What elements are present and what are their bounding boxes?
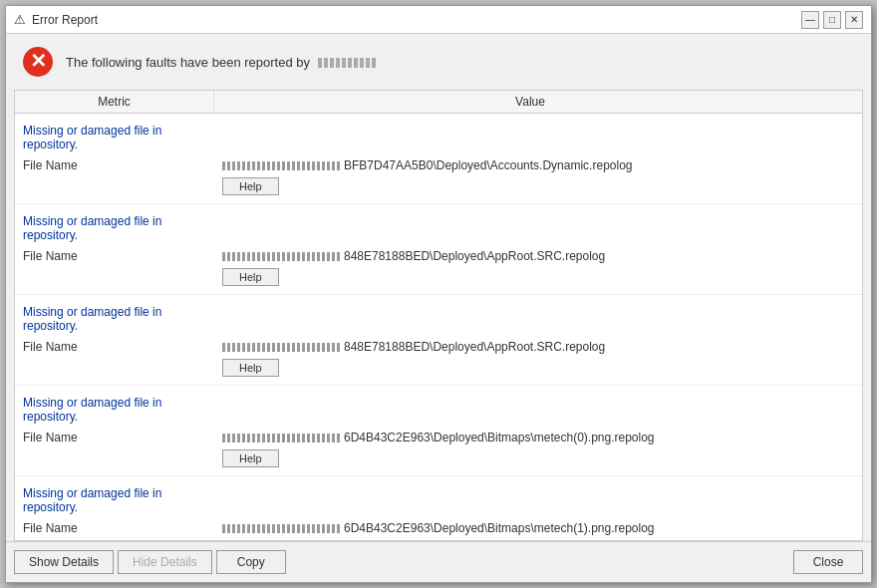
value-cell: BFB7D47AA5B0\Deployed\Accounts.Dynamic.r… (214, 157, 862, 173)
metric-cell: File Name (15, 157, 214, 173)
fault-group: Missing or damaged file in repository.Fi… (15, 476, 862, 540)
help-button[interactable]: Help (222, 268, 279, 286)
table-row: File Name848E78188BED\Deployed\AppRoot.S… (15, 337, 862, 357)
fault-group: Missing or damaged file in repository.Fi… (15, 114, 862, 204)
window-error-icon: ⚠ (14, 12, 26, 27)
table-row: Missing or damaged file in repository. (15, 482, 862, 518)
help-row: Help (15, 538, 862, 540)
table-body[interactable]: Missing or damaged file in repository.Fi… (15, 114, 862, 540)
value-cell: 6D4B43C2E963\Deployed\Bitmaps\metech(0).… (214, 430, 862, 445)
help-row: Help (15, 357, 862, 379)
value-cell: 848E78188BED\Deployed\AppRoot.SRC.repolo… (214, 339, 862, 355)
faults-table: Metric Value Missing or damaged file in … (14, 90, 863, 541)
title-bar-left: ⚠ Error Report (14, 12, 98, 27)
value-header: Value (214, 91, 846, 113)
error-circle-icon: ✕ (22, 46, 54, 78)
maximize-button[interactable]: □ (823, 11, 841, 29)
window-title: Error Report (32, 13, 98, 27)
fault-group: Missing or damaged file in repository.Fi… (15, 386, 862, 476)
table-row: File NameBFB7D47AA5B0\Deployed\Accounts.… (15, 155, 862, 175)
metric-cell: File Name (15, 520, 214, 536)
table-row: Missing or damaged file in repository. (15, 210, 862, 246)
fault-group: Missing or damaged file in repository.Fi… (15, 204, 862, 295)
footer-left-buttons: Show Details Hide Details Copy (14, 550, 286, 574)
metric-cell: File Name (15, 339, 214, 355)
help-row: Help (15, 266, 862, 288)
close-title-button[interactable]: ✕ (845, 11, 863, 29)
minimize-button[interactable]: — (801, 11, 819, 29)
table-row: Missing or damaged file in repository. (15, 392, 862, 428)
title-bar-controls: — □ ✕ (801, 11, 863, 29)
show-details-button[interactable]: Show Details (14, 550, 114, 574)
footer: Show Details Hide Details Copy Close (6, 541, 871, 582)
help-button[interactable]: Help (222, 359, 279, 377)
close-button[interactable]: Close (793, 550, 863, 574)
fault-title-cell: Missing or damaged file in repository. (15, 394, 214, 426)
table-row: Missing or damaged file in repository. (15, 301, 862, 337)
copy-button[interactable]: Copy (216, 550, 286, 574)
header-area: ✕ The following faults have been reporte… (6, 34, 871, 90)
value-cell: 848E78188BED\Deployed\AppRoot.SRC.repolo… (214, 248, 862, 264)
table-row: File Name848E78188BED\Deployed\AppRoot.S… (15, 246, 862, 266)
table-row: File Name6D4B43C2E963\Deployed\Bitmaps\m… (15, 518, 862, 538)
fault-group: Missing or damaged file in repository.Fi… (15, 295, 862, 386)
fault-title-cell: Missing or damaged file in repository. (15, 484, 214, 516)
svg-text:✕: ✕ (30, 50, 47, 72)
hide-details-button[interactable]: Hide Details (118, 550, 212, 574)
table-row: Missing or damaged file in repository. (15, 120, 862, 155)
header-message: The following faults have been reported … (66, 55, 378, 70)
table-header: Metric Value (15, 91, 862, 114)
error-report-window: ⚠ Error Report — □ ✕ ✕ The following fau… (5, 5, 872, 583)
metric-header: Metric (15, 91, 214, 113)
fault-title-cell: Missing or damaged file in repository. (15, 212, 214, 244)
help-row: Help (15, 447, 862, 469)
fault-title-cell: Missing or damaged file in repository. (15, 303, 214, 335)
help-button[interactable]: Help (222, 177, 279, 195)
title-bar: ⚠ Error Report — □ ✕ (6, 6, 871, 34)
fault-title-cell: Missing or damaged file in repository. (15, 122, 214, 153)
table-row: File Name6D4B43C2E963\Deployed\Bitmaps\m… (15, 428, 862, 447)
metric-cell: File Name (15, 248, 214, 264)
help-button[interactable]: Help (222, 449, 279, 467)
metric-cell: File Name (15, 430, 214, 445)
help-row: Help (15, 175, 862, 197)
value-cell: 6D4B43C2E963\Deployed\Bitmaps\metech(1).… (214, 520, 862, 536)
